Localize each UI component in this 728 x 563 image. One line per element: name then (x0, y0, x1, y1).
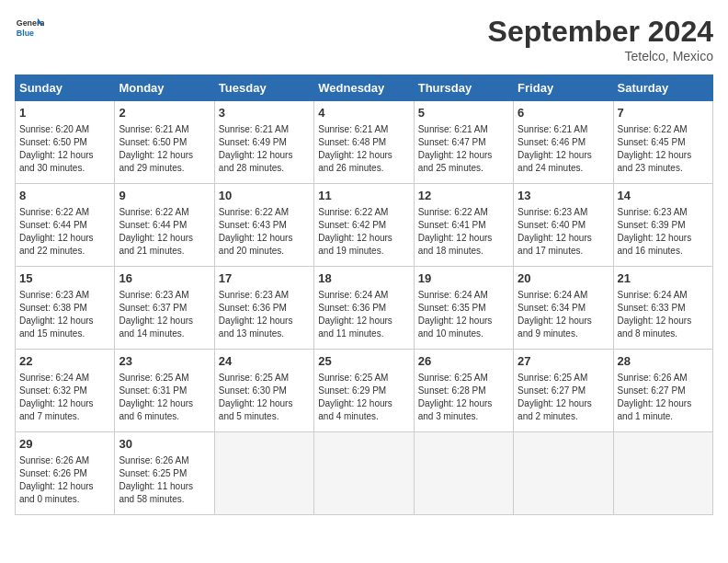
calendar-week-1: 1Sunrise: 6:20 AM Sunset: 6:50 PM Daylig… (16, 101, 713, 184)
page-header: General Blue September 2024 Tetelco, Mex… (15, 15, 713, 63)
title-block: September 2024 Tetelco, Mexico (488, 15, 713, 63)
day-info: Sunrise: 6:24 AM Sunset: 6:34 PM Dayligh… (518, 289, 609, 340)
calendar-table: SundayMondayTuesdayWednesdayThursdayFrid… (15, 75, 713, 515)
calendar-week-3: 15Sunrise: 6:23 AM Sunset: 6:38 PM Dayli… (16, 267, 713, 350)
day-number: 16 (119, 270, 210, 287)
day-info: Sunrise: 6:22 AM Sunset: 6:43 PM Dayligh… (219, 206, 310, 258)
day-info: Sunrise: 6:25 AM Sunset: 6:29 PM Dayligh… (318, 372, 409, 423)
day-number: 20 (518, 270, 609, 287)
day-info: Sunrise: 6:25 AM Sunset: 6:27 PM Dayligh… (518, 372, 609, 423)
day-info: Sunrise: 6:24 AM Sunset: 6:32 PM Dayligh… (19, 372, 110, 423)
calendar-cell: 18Sunrise: 6:24 AM Sunset: 6:36 PM Dayli… (314, 267, 414, 350)
calendar-cell: 21Sunrise: 6:24 AM Sunset: 6:33 PM Dayli… (613, 267, 712, 350)
day-info: Sunrise: 6:26 AM Sunset: 6:27 PM Dayligh… (618, 372, 709, 423)
day-info: Sunrise: 6:22 AM Sunset: 6:45 PM Dayligh… (618, 123, 709, 175)
day-info: Sunrise: 6:23 AM Sunset: 6:40 PM Dayligh… (518, 206, 609, 258)
day-info: Sunrise: 6:25 AM Sunset: 6:31 PM Dayligh… (119, 372, 210, 423)
col-header-sunday: Sunday (16, 75, 115, 101)
col-header-monday: Monday (115, 75, 214, 101)
day-info: Sunrise: 6:21 AM Sunset: 6:49 PM Dayligh… (219, 123, 310, 175)
calendar-cell: 12Sunrise: 6:22 AM Sunset: 6:41 PM Dayli… (414, 184, 513, 267)
day-number: 3 (219, 105, 310, 121)
day-info: Sunrise: 6:21 AM Sunset: 6:48 PM Dayligh… (318, 123, 409, 175)
calendar-cell: 22Sunrise: 6:24 AM Sunset: 6:32 PM Dayli… (16, 350, 115, 432)
calendar-week-5: 29Sunrise: 6:26 AM Sunset: 6:26 PM Dayli… (16, 432, 713, 515)
day-number: 17 (219, 270, 310, 287)
calendar-cell: 15Sunrise: 6:23 AM Sunset: 6:38 PM Dayli… (16, 267, 115, 350)
calendar-cell: 25Sunrise: 6:25 AM Sunset: 6:29 PM Dayli… (314, 350, 414, 432)
calendar-cell: 4Sunrise: 6:21 AM Sunset: 6:48 PM Daylig… (314, 101, 414, 184)
location: Tetelco, Mexico (488, 49, 713, 63)
calendar-cell: 5Sunrise: 6:21 AM Sunset: 6:47 PM Daylig… (414, 101, 513, 184)
day-info: Sunrise: 6:25 AM Sunset: 6:28 PM Dayligh… (418, 372, 509, 423)
day-number: 14 (618, 188, 709, 204)
calendar-cell (613, 432, 712, 515)
day-number: 18 (318, 270, 409, 287)
day-info: Sunrise: 6:21 AM Sunset: 6:50 PM Dayligh… (119, 123, 210, 175)
calendar-cell (514, 432, 613, 515)
calendar-cell: 9Sunrise: 6:22 AM Sunset: 6:44 PM Daylig… (115, 184, 214, 267)
day-number: 13 (518, 188, 609, 204)
day-number: 1 (19, 105, 110, 121)
day-info: Sunrise: 6:24 AM Sunset: 6:33 PM Dayligh… (618, 289, 709, 340)
day-info: Sunrise: 6:21 AM Sunset: 6:46 PM Dayligh… (518, 123, 609, 175)
calendar-cell: 24Sunrise: 6:25 AM Sunset: 6:30 PM Dayli… (214, 350, 313, 432)
day-number: 27 (518, 353, 609, 370)
day-number: 25 (318, 353, 409, 370)
day-info: Sunrise: 6:21 AM Sunset: 6:47 PM Dayligh… (418, 123, 509, 175)
calendar-cell: 17Sunrise: 6:23 AM Sunset: 6:36 PM Dayli… (214, 267, 313, 350)
calendar-cell: 28Sunrise: 6:26 AM Sunset: 6:27 PM Dayli… (613, 350, 712, 432)
day-number: 28 (618, 353, 709, 370)
day-info: Sunrise: 6:22 AM Sunset: 6:42 PM Dayligh… (318, 206, 409, 258)
calendar-cell: 20Sunrise: 6:24 AM Sunset: 6:34 PM Dayli… (514, 267, 613, 350)
day-number: 4 (318, 105, 409, 121)
calendar-cell: 19Sunrise: 6:24 AM Sunset: 6:35 PM Dayli… (414, 267, 513, 350)
day-info: Sunrise: 6:22 AM Sunset: 6:44 PM Dayligh… (119, 206, 210, 258)
day-number: 5 (418, 105, 509, 121)
day-number: 6 (518, 105, 609, 121)
calendar-cell: 8Sunrise: 6:22 AM Sunset: 6:44 PM Daylig… (16, 184, 115, 267)
day-number: 2 (119, 105, 210, 121)
col-header-friday: Friday (514, 75, 613, 101)
day-info: Sunrise: 6:25 AM Sunset: 6:30 PM Dayligh… (219, 372, 310, 423)
calendar-cell: 23Sunrise: 6:25 AM Sunset: 6:31 PM Dayli… (115, 350, 214, 432)
logo: General Blue (15, 15, 44, 44)
calendar-cell: 26Sunrise: 6:25 AM Sunset: 6:28 PM Dayli… (414, 350, 513, 432)
day-number: 30 (119, 436, 210, 453)
day-number: 12 (418, 188, 509, 204)
day-info: Sunrise: 6:24 AM Sunset: 6:35 PM Dayligh… (418, 289, 509, 340)
col-header-saturday: Saturday (613, 75, 712, 101)
day-info: Sunrise: 6:22 AM Sunset: 6:41 PM Dayligh… (418, 206, 509, 258)
header-row: SundayMondayTuesdayWednesdayThursdayFrid… (16, 75, 713, 101)
day-number: 29 (19, 436, 110, 453)
calendar-week-4: 22Sunrise: 6:24 AM Sunset: 6:32 PM Dayli… (16, 350, 713, 432)
day-number: 24 (219, 353, 310, 370)
calendar-cell: 16Sunrise: 6:23 AM Sunset: 6:37 PM Dayli… (115, 267, 214, 350)
day-info: Sunrise: 6:23 AM Sunset: 6:38 PM Dayligh… (19, 289, 110, 340)
calendar-cell: 1Sunrise: 6:20 AM Sunset: 6:50 PM Daylig… (16, 101, 115, 184)
calendar-cell (414, 432, 513, 515)
day-info: Sunrise: 6:26 AM Sunset: 6:26 PM Dayligh… (19, 454, 110, 506)
day-number: 26 (418, 353, 509, 370)
day-number: 21 (618, 270, 709, 287)
calendar-cell: 14Sunrise: 6:23 AM Sunset: 6:39 PM Dayli… (613, 184, 712, 267)
day-info: Sunrise: 6:22 AM Sunset: 6:44 PM Dayligh… (19, 206, 110, 258)
month-title: September 2024 (488, 15, 713, 49)
day-number: 10 (219, 188, 310, 204)
day-info: Sunrise: 6:23 AM Sunset: 6:37 PM Dayligh… (119, 289, 210, 340)
day-number: 9 (119, 188, 210, 204)
calendar-cell: 30Sunrise: 6:26 AM Sunset: 6:25 PM Dayli… (115, 432, 214, 515)
day-info: Sunrise: 6:23 AM Sunset: 6:39 PM Dayligh… (618, 206, 709, 258)
day-number: 8 (19, 188, 110, 204)
calendar-cell: 11Sunrise: 6:22 AM Sunset: 6:42 PM Dayli… (314, 184, 414, 267)
col-header-tuesday: Tuesday (214, 75, 313, 101)
calendar-cell: 7Sunrise: 6:22 AM Sunset: 6:45 PM Daylig… (613, 101, 712, 184)
calendar-cell: 10Sunrise: 6:22 AM Sunset: 6:43 PM Dayli… (214, 184, 313, 267)
calendar-cell (314, 432, 414, 515)
calendar-cell: 6Sunrise: 6:21 AM Sunset: 6:46 PM Daylig… (514, 101, 613, 184)
day-info: Sunrise: 6:20 AM Sunset: 6:50 PM Dayligh… (19, 123, 110, 175)
svg-text:Blue: Blue (17, 29, 34, 38)
day-number: 15 (19, 270, 110, 287)
day-info: Sunrise: 6:24 AM Sunset: 6:36 PM Dayligh… (318, 289, 409, 340)
day-number: 7 (618, 105, 709, 121)
